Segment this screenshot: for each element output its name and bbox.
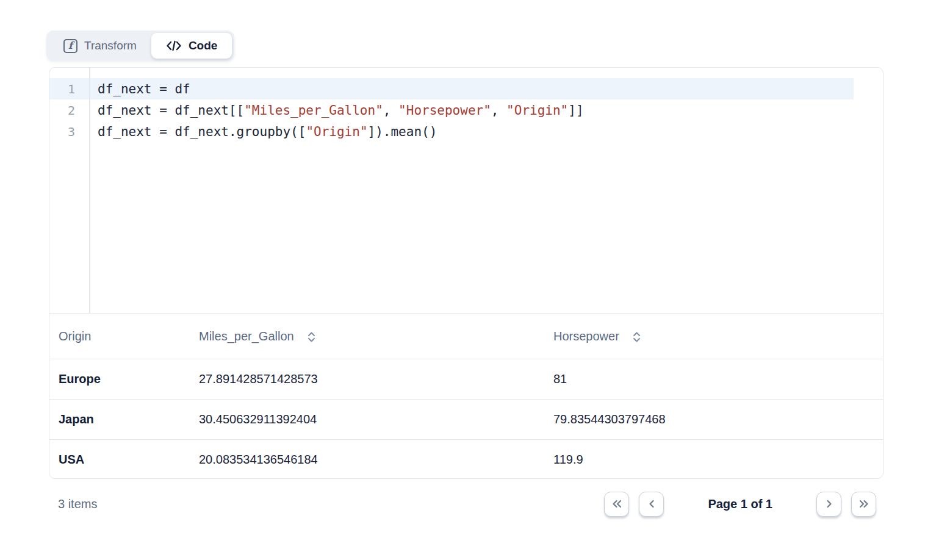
items-count: 3 items [49, 497, 97, 511]
code-lines: 1 df_next = df 2 df_next = df_next[["Mil… [49, 78, 883, 142]
column-header-label: Miles_per_Gallon [199, 329, 294, 343]
tab-transform-label: Transform [84, 39, 137, 52]
code-token-plain: ]] [568, 103, 583, 118]
table-cell: 27.891428571428573 [199, 372, 553, 386]
line-code: df_next = df [89, 82, 190, 96]
code-icon [166, 40, 182, 52]
main-panel: 1 df_next = df 2 df_next = df_next[["Mil… [49, 67, 884, 479]
app-screen: f Transform Code 1 df_next = df 2 df_nex… [0, 0, 925, 560]
code-token-string: "Origin" [306, 124, 367, 139]
code-line: 2 df_next = df_next[["Miles_per_Gallon",… [49, 99, 883, 121]
line-code: df_next = df_next.groupby(["Origin"]).me… [89, 124, 437, 139]
code-token-string: "Origin" [506, 103, 568, 118]
column-header-label: Origin [59, 329, 91, 343]
last-page-icon [858, 498, 870, 509]
next-page-icon [824, 498, 835, 509]
table-cell: 20.083534136546184 [199, 453, 553, 467]
previous-page-button[interactable] [639, 492, 664, 517]
table-row: Japan 30.450632911392404 79.835443037974… [49, 399, 883, 439]
table-cell: 81 [553, 372, 883, 386]
next-page-button[interactable] [816, 492, 841, 517]
view-tab-bar: f Transform Code [46, 31, 234, 61]
column-header-origin: Origin [59, 329, 199, 343]
previous-page-icon [646, 498, 657, 509]
code-token-plain: ]).mean() [368, 124, 437, 139]
table-cell: Japan [59, 412, 199, 426]
table-row: Europe 27.891428571428573 81 [49, 359, 883, 399]
table-row: USA 20.083534136546184 119.9 [49, 439, 883, 479]
sort-icon [632, 331, 641, 343]
table-cell: Europe [59, 372, 199, 386]
gutter-divider [89, 68, 90, 313]
table-cell: USA [59, 453, 199, 467]
table-header-row: Origin Miles_per_Gallon Horsepower [49, 313, 883, 359]
pagination: Page 1 of 1 [604, 492, 876, 517]
code-token-plain: df_next = df [98, 82, 190, 96]
code-line: 3 df_next = df_next.groupby(["Origin"]).… [49, 121, 883, 142]
table-cell: 119.9 [553, 453, 883, 467]
tab-code[interactable]: Code [151, 33, 232, 59]
tab-transform[interactable]: f Transform [49, 33, 151, 59]
code-token-plain: df_next = df_next[[ [98, 103, 244, 118]
column-header-label: Horsepower [553, 329, 619, 343]
result-table: Origin Miles_per_Gallon Horsepower [49, 313, 883, 479]
last-page-button[interactable] [851, 492, 876, 517]
code-token-plain: , [383, 103, 398, 118]
function-icon: f [63, 39, 77, 53]
table-footer: 3 items Page 1 of 1 [49, 482, 884, 526]
code-line: 1 df_next = df [49, 78, 883, 99]
sort-icon [307, 331, 316, 343]
table-cell: 79.83544303797468 [553, 412, 883, 426]
table-body: Europe 27.891428571428573 81 Japan 30.45… [49, 359, 883, 479]
first-page-icon [611, 498, 623, 509]
line-number: 2 [49, 103, 89, 118]
column-header-horsepower[interactable]: Horsepower [553, 329, 883, 343]
first-page-button[interactable] [604, 492, 629, 517]
line-code: df_next = df_next[["Miles_per_Gallon", "… [89, 103, 584, 118]
column-header-miles-per-gallon[interactable]: Miles_per_Gallon [199, 329, 553, 343]
line-number: 1 [49, 82, 89, 96]
code-token-string: "Miles_per_Gallon" [244, 103, 383, 118]
code-token-plain: df_next = df_next.groupby([ [98, 124, 306, 139]
code-token-plain: , [491, 103, 506, 118]
code-token-string: "Horsepower" [398, 103, 491, 118]
line-number: 3 [49, 124, 89, 139]
table-cell: 30.450632911392404 [199, 412, 553, 426]
tab-code-label: Code [189, 39, 218, 52]
code-editor[interactable]: 1 df_next = df 2 df_next = df_next[["Mil… [49, 68, 883, 313]
page-indicator: Page 1 of 1 [708, 497, 772, 511]
